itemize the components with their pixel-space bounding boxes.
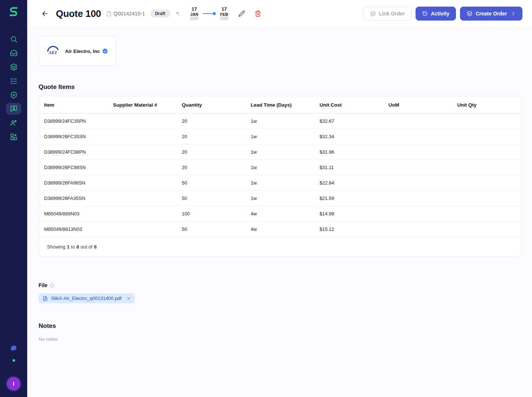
cell-lead-time: 1w xyxy=(245,180,314,186)
cell-lead-time: 1w xyxy=(245,149,314,155)
sidebar-item-tasks[interactable] xyxy=(6,75,21,87)
activity-button[interactable]: Activity xyxy=(416,7,456,21)
cell-quantity: 20 xyxy=(177,118,245,124)
app-logo[interactable] xyxy=(7,5,20,18)
supplier-logo: AEI xyxy=(44,43,61,60)
notes-heading: Notes xyxy=(39,322,521,330)
info-icon[interactable] xyxy=(50,283,54,288)
sidebar-item-suppliers[interactable] xyxy=(6,117,21,129)
chat-bubble-icon xyxy=(10,344,18,352)
column-header-unit-cost: Unit Cost xyxy=(314,102,383,108)
main-area: Quote 100 Q00142410-1 Draft 17 JAN 2025 … xyxy=(27,0,532,397)
cell-item: D38999/24FC98PN xyxy=(39,149,108,155)
support-chat-button[interactable] xyxy=(8,342,19,353)
app-logo-icon xyxy=(8,6,19,17)
delete-quote-button[interactable] xyxy=(253,9,263,18)
quote-reference: Q00142410-1 xyxy=(106,11,145,17)
ai-sparkle-button[interactable] xyxy=(173,9,182,18)
notes-empty-text: No notes xyxy=(39,336,521,342)
quote-date-range: 17 JAN 2025 17 FEB 2025 xyxy=(190,7,229,21)
table-row[interactable]: D38999/24FC35PN 20 1w $32.67 xyxy=(39,114,521,129)
checklist-icon xyxy=(10,77,18,85)
cell-unit-cost: $31.11 xyxy=(314,165,383,170)
end-date: 17 FEB 2025 xyxy=(220,7,228,21)
page-content: AEI Air Electro, Inc Quote Items Item Su… xyxy=(27,27,532,397)
cell-unit-cost: $14.98 xyxy=(314,211,383,217)
status-badge: Draft xyxy=(150,10,170,18)
pagination-total: 8 xyxy=(94,244,97,250)
cell-quantity: 20 xyxy=(177,165,245,170)
create-order-button[interactable]: Create Order xyxy=(460,7,522,21)
page-title: Quote 100 xyxy=(56,8,101,19)
table-row[interactable]: M85049/8813N03 50 4w $15.12 xyxy=(39,222,521,237)
cell-item: D38999/26FC98SN xyxy=(39,165,108,170)
table-row[interactable]: D38999/26FC35SN 20 1w $32.34 xyxy=(39,129,521,144)
sidebar: I xyxy=(0,0,27,397)
sidebar-item-quotes[interactable] xyxy=(6,103,21,115)
cell-quantity: 100 xyxy=(177,211,245,217)
sidebar-item-create[interactable] xyxy=(6,89,21,101)
table-row[interactable]: D38999/26FA35SN 50 1w $21.59 xyxy=(39,191,521,206)
search-icon xyxy=(10,35,18,43)
sidebar-item-inbox[interactable] xyxy=(6,47,21,59)
cell-unit-cost: $32.34 xyxy=(314,134,383,139)
table-row[interactable]: D38999/26FA98SN 50 1w $22.84 xyxy=(39,175,521,191)
cell-lead-time: 4w xyxy=(245,226,314,232)
cell-item: M85049/889N03 xyxy=(39,211,108,217)
table-row[interactable]: M85049/889N03 100 4w $14.98 xyxy=(39,206,521,222)
cell-lead-time: 4w xyxy=(245,211,314,217)
cell-lead-time: 1w xyxy=(245,196,314,201)
table-header-row: Item Supplier Material # Quantity Lead T… xyxy=(39,96,521,114)
end-date-month: FEB xyxy=(220,12,228,17)
back-button[interactable] xyxy=(40,8,50,19)
user-avatar[interactable]: I xyxy=(7,377,20,390)
pencil-icon xyxy=(238,10,245,17)
cell-item: D38999/26FA98SN xyxy=(39,180,108,186)
quote-items-heading: Quote Items xyxy=(39,83,521,91)
cell-quantity: 20 xyxy=(177,134,245,139)
sparkle-icon xyxy=(175,11,181,17)
link-order-button[interactable]: Link Order xyxy=(363,7,411,21)
sidebar-nav xyxy=(6,33,21,143)
start-date-year: 2025 xyxy=(190,17,198,21)
pagination-to: 8 xyxy=(76,244,79,250)
cell-unit-cost: $31.96 xyxy=(314,149,383,155)
quote-items-table: Item Supplier Material # Quantity Lead T… xyxy=(39,96,521,257)
page-header: Quote 100 Q00142410-1 Draft 17 JAN 2025 … xyxy=(27,0,532,27)
cell-unit-cost: $15.12 xyxy=(314,226,383,232)
trash-icon xyxy=(255,10,261,17)
sidebar-item-materials[interactable] xyxy=(6,131,21,143)
pagination-from: 1 xyxy=(67,244,69,250)
supplier-logo-image: AEI xyxy=(45,43,60,59)
table-row[interactable]: D38999/26FC98SN 20 1w $31.11 xyxy=(39,160,521,175)
hexagon-plus-icon xyxy=(10,91,18,99)
layers-icon xyxy=(10,63,18,71)
sidebar-item-inventory[interactable] xyxy=(6,61,21,73)
avatar-initial: I xyxy=(13,381,14,387)
table-row[interactable]: D38999/24FC98PN 20 1w $31.96 xyxy=(39,144,521,160)
history-icon xyxy=(422,11,428,17)
start-date: 17 JAN 2025 xyxy=(190,7,198,21)
header-actions: Link Order Activity Create Order xyxy=(363,7,522,21)
cell-item: M85049/8813N03 xyxy=(39,226,108,232)
cell-unit-cost: $21.59 xyxy=(314,196,383,201)
cell-quantity: 50 xyxy=(177,196,245,201)
supplier-name: Air Electro, Inc xyxy=(65,49,100,54)
users-sparkle-icon xyxy=(10,119,18,127)
supplier-card[interactable]: AEI Air Electro, Inc xyxy=(39,36,116,66)
column-header-item: Item xyxy=(39,102,108,108)
document-icon xyxy=(106,11,112,17)
file-section: File SilkX-Air_Electro_q00131400.pdf xyxy=(39,282,521,303)
file-chip[interactable]: SilkX-Air_Electro_q00131400.pdf xyxy=(39,293,135,303)
cell-lead-time: 1w xyxy=(245,118,314,124)
cell-item: D38999/26FC35SN xyxy=(39,134,108,139)
remove-file-icon[interactable] xyxy=(126,296,131,301)
column-header-supplier-material: Supplier Material # xyxy=(108,102,176,108)
edit-quote-button[interactable] xyxy=(237,9,247,18)
cell-lead-time: 1w xyxy=(245,165,314,170)
arrow-left-icon xyxy=(41,10,48,17)
sidebar-item-search[interactable] xyxy=(6,33,21,45)
layers-icon xyxy=(467,11,472,17)
boxes-x-icon xyxy=(10,133,18,141)
column-header-quantity: Quantity xyxy=(177,102,245,108)
